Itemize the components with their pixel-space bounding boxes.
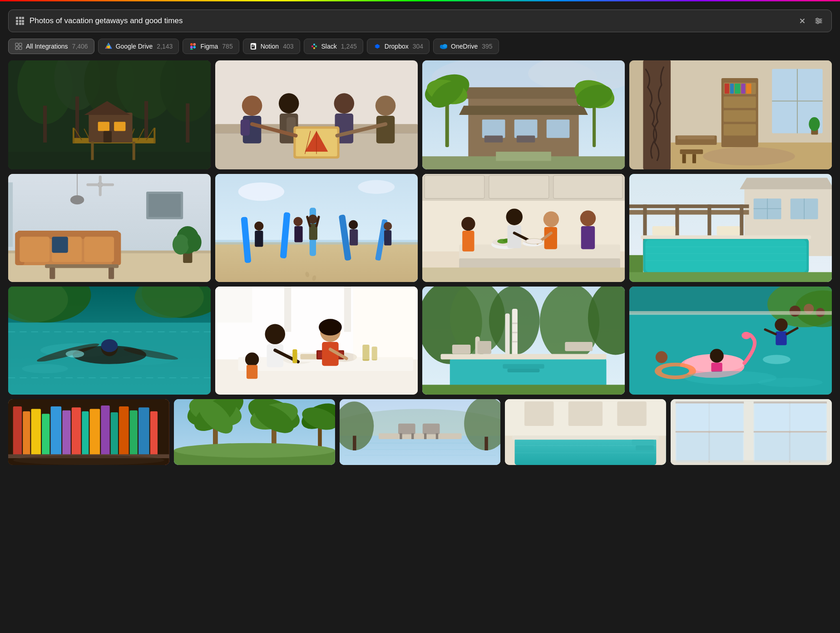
svg-rect-374 (636, 445, 654, 450)
svg-rect-9 (19, 47, 22, 49)
svg-rect-59 (91, 142, 94, 160)
image-card[interactable] (215, 287, 418, 395)
svg-rect-213 (629, 204, 749, 208)
svg-point-153 (70, 195, 84, 204)
svg-rect-359 (422, 424, 440, 435)
tab-dropbox-count: 304 (413, 43, 423, 50)
filter-tabs: All Integrations 7,406 Google Drive 2,14… (8, 39, 832, 54)
svg-point-5 (817, 22, 819, 24)
svg-rect-17 (193, 43, 196, 46)
search-filter-button[interactable] (812, 15, 825, 27)
svg-rect-367 (568, 401, 603, 426)
tab-notion[interactable]: Notion 403 (243, 39, 300, 54)
image-card[interactable] (629, 174, 832, 282)
svg-rect-247 (284, 287, 291, 332)
image-card[interactable] (422, 60, 625, 169)
svg-rect-282 (512, 341, 518, 342)
dropbox-icon (373, 42, 381, 50)
svg-rect-389 (671, 460, 832, 465)
svg-rect-41 (144, 101, 148, 143)
svg-rect-373 (632, 440, 654, 445)
image-card[interactable] (215, 174, 418, 282)
svg-rect-302 (711, 363, 722, 372)
search-grid-icon (15, 16, 25, 26)
svg-rect-269 (353, 287, 418, 360)
svg-rect-290 (422, 385, 625, 395)
svg-rect-151 (109, 267, 114, 279)
search-input[interactable] (30, 16, 791, 25)
tab-onedrive[interactable]: OneDrive 395 (433, 39, 499, 54)
svg-rect-265 (292, 349, 297, 363)
svg-rect-116 (730, 84, 734, 94)
svg-rect-135 (20, 237, 49, 262)
tab-figma[interactable]: Figma 785 (183, 39, 239, 54)
svg-point-198 (580, 210, 596, 226)
svg-rect-203 (422, 267, 625, 282)
svg-rect-304 (776, 331, 786, 345)
svg-rect-388 (755, 433, 826, 461)
image-card[interactable] (8, 174, 211, 282)
svg-point-146 (188, 233, 201, 252)
image-card[interactable] (629, 60, 832, 169)
tab-all-integrations-count: 7,406 (72, 43, 88, 50)
search-clear-button[interactable] (796, 15, 809, 27)
image-card[interactable] (422, 287, 625, 395)
svg-rect-227 (629, 272, 832, 282)
svg-point-266 (245, 352, 259, 366)
svg-point-258 (265, 324, 285, 345)
svg-point-202 (526, 238, 542, 244)
svg-rect-283 (450, 357, 607, 389)
svg-rect-285 (503, 364, 544, 369)
tab-all-integrations-label: All Integrations (26, 43, 68, 50)
tab-google-drive-count: 2,143 (157, 43, 173, 50)
svg-point-262 (319, 319, 342, 335)
image-card[interactable] (215, 60, 418, 169)
tab-onedrive-label: OneDrive (451, 43, 478, 50)
svg-rect-354 (353, 436, 356, 450)
tab-notion-count: 403 (283, 43, 293, 50)
tab-dropbox[interactable]: Dropbox 304 (367, 39, 430, 54)
image-card[interactable] (671, 399, 832, 465)
search-bar (8, 10, 832, 32)
svg-point-127 (703, 147, 795, 166)
svg-rect-366 (524, 401, 554, 426)
svg-rect-328 (138, 407, 149, 455)
image-card[interactable] (174, 399, 335, 465)
svg-rect-24 (311, 45, 313, 47)
svg-rect-161 (255, 231, 263, 247)
svg-rect-360 (400, 433, 402, 439)
svg-point-307 (656, 351, 667, 363)
svg-rect-26 (313, 47, 315, 49)
svg-rect-175 (384, 230, 391, 245)
svg-rect-318 (42, 414, 49, 455)
image-card[interactable] (629, 287, 832, 395)
svg-point-295 (790, 306, 800, 316)
svg-rect-182 (489, 175, 549, 198)
svg-point-192 (461, 217, 475, 231)
svg-rect-23 (252, 46, 254, 47)
image-card[interactable] (505, 399, 666, 465)
image-card[interactable] (8, 60, 211, 169)
svg-rect-164 (294, 226, 302, 242)
svg-rect-385 (677, 404, 743, 431)
tab-slack[interactable]: Slack 1,245 (304, 39, 363, 54)
svg-rect-225 (717, 226, 740, 235)
image-card[interactable] (8, 399, 169, 465)
image-row-1 (8, 60, 832, 169)
svg-rect-321 (72, 407, 81, 455)
svg-rect-323 (90, 409, 100, 455)
tab-all-integrations[interactable]: All Integrations 7,406 (8, 39, 94, 54)
svg-rect-327 (130, 410, 138, 455)
image-card[interactable] (340, 399, 501, 465)
image-card[interactable] (422, 174, 625, 282)
svg-rect-248 (344, 287, 351, 332)
tab-google-drive[interactable]: Google Drive 2,143 (98, 39, 179, 54)
svg-rect-8 (15, 47, 18, 49)
svg-point-65 (242, 95, 262, 116)
svg-rect-115 (725, 84, 729, 94)
svg-rect-326 (119, 406, 129, 455)
image-card[interactable] (8, 287, 211, 395)
tab-figma-count: 785 (222, 43, 232, 50)
svg-rect-16 (190, 43, 193, 46)
svg-point-32 (443, 44, 447, 48)
